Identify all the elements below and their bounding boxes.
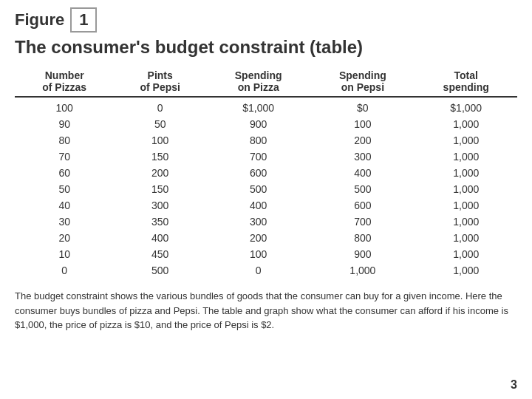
cell-spending_pepsi: $0 xyxy=(310,97,415,116)
cell-spending_pepsi: 1,000 xyxy=(310,262,415,279)
table-row: 701507003001,000 xyxy=(15,149,517,165)
table-header-row: Numberof PizzasPintsof PepsiSpendingon P… xyxy=(15,66,517,97)
cell-pizzas: 0 xyxy=(15,262,114,279)
cell-spending_pizza: 900 xyxy=(206,116,310,132)
figure-header: Figure 1 xyxy=(15,7,517,33)
cell-spending_pizza: 100 xyxy=(206,246,310,262)
cell-spending_pepsi: 800 xyxy=(310,230,415,246)
cell-pizzas: 80 xyxy=(15,132,114,149)
table-row: 501505005001,000 xyxy=(15,181,517,197)
cell-spending_pepsi: 400 xyxy=(310,165,415,181)
table-row: 90509001001,000 xyxy=(15,116,517,132)
cell-spending_pizza: 300 xyxy=(206,214,310,230)
cell-pepsi: 150 xyxy=(114,181,206,197)
cell-pizzas: 20 xyxy=(15,230,114,246)
cell-pizzas: 10 xyxy=(15,246,114,262)
cell-pepsi: 300 xyxy=(114,197,206,214)
cell-pizzas: 70 xyxy=(15,149,114,165)
cell-pizzas: 30 xyxy=(15,214,114,230)
cell-total: 1,000 xyxy=(415,181,517,197)
cell-spending_pizza: 500 xyxy=(206,181,310,197)
cell-pizzas: 40 xyxy=(15,197,114,214)
cell-spending_pepsi: 100 xyxy=(310,116,415,132)
cell-pizzas: 50 xyxy=(15,181,114,197)
table-row: 050001,0001,000 xyxy=(15,262,517,279)
cell-pizzas: 100 xyxy=(15,97,114,116)
cell-pepsi: 350 xyxy=(114,214,206,230)
cell-spending_pepsi: 700 xyxy=(310,214,415,230)
description-text: The budget constraint shows the various … xyxy=(15,289,517,332)
table-row: 303503007001,000 xyxy=(15,214,517,230)
figure-number: 1 xyxy=(70,7,97,33)
cell-spending_pizza: 0 xyxy=(206,262,310,279)
cell-pizzas: 90 xyxy=(15,116,114,132)
table-header-pizzas: Numberof Pizzas xyxy=(15,66,114,97)
cell-pepsi: 100 xyxy=(114,132,206,149)
page-number: 3 xyxy=(511,378,517,392)
table-row: 1000$1,000$0$1,000 xyxy=(15,97,517,116)
cell-total: 1,000 xyxy=(415,197,517,214)
cell-pepsi: 500 xyxy=(114,262,206,279)
cell-total: 1,000 xyxy=(415,262,517,279)
table-row: 403004006001,000 xyxy=(15,197,517,214)
cell-total: 1,000 xyxy=(415,246,517,262)
table-header-spending_pepsi: Spendingon Pepsi xyxy=(310,66,415,97)
cell-total: 1,000 xyxy=(415,230,517,246)
cell-pizzas: 60 xyxy=(15,165,114,181)
table-header-total: Totalspending xyxy=(415,66,517,97)
table-header-spending_pizza: Spendingon Pizza xyxy=(206,66,310,97)
cell-spending_pizza: 400 xyxy=(206,197,310,214)
cell-spending_pizza: $1,000 xyxy=(206,97,310,116)
table-row: 602006004001,000 xyxy=(15,165,517,181)
cell-spending_pepsi: 900 xyxy=(310,246,415,262)
cell-spending_pepsi: 600 xyxy=(310,197,415,214)
cell-pepsi: 50 xyxy=(114,116,206,132)
cell-pepsi: 400 xyxy=(114,230,206,246)
budget-table: Numberof PizzasPintsof PepsiSpendingon P… xyxy=(15,66,517,279)
figure-label: Figure xyxy=(15,10,64,30)
cell-spending_pepsi: 200 xyxy=(310,132,415,149)
cell-pepsi: 0 xyxy=(114,97,206,116)
cell-total: 1,000 xyxy=(415,116,517,132)
table-header-pepsi: Pintsof Pepsi xyxy=(114,66,206,97)
table-row: 801008002001,000 xyxy=(15,132,517,149)
cell-pepsi: 450 xyxy=(114,246,206,262)
cell-total: 1,000 xyxy=(415,165,517,181)
cell-spending_pizza: 600 xyxy=(206,165,310,181)
cell-pepsi: 150 xyxy=(114,149,206,165)
cell-total: 1,000 xyxy=(415,149,517,165)
cell-pepsi: 200 xyxy=(114,165,206,181)
cell-total: $1,000 xyxy=(415,97,517,116)
cell-spending_pizza: 800 xyxy=(206,132,310,149)
cell-spending_pizza: 200 xyxy=(206,230,310,246)
cell-spending_pizza: 700 xyxy=(206,149,310,165)
cell-spending_pepsi: 500 xyxy=(310,181,415,197)
cell-spending_pepsi: 300 xyxy=(310,149,415,165)
cell-total: 1,000 xyxy=(415,132,517,149)
page-title: The consumer's budget constraint (table) xyxy=(15,37,517,58)
cell-total: 1,000 xyxy=(415,214,517,230)
table-row: 204002008001,000 xyxy=(15,230,517,246)
table-row: 104501009001,000 xyxy=(15,246,517,262)
